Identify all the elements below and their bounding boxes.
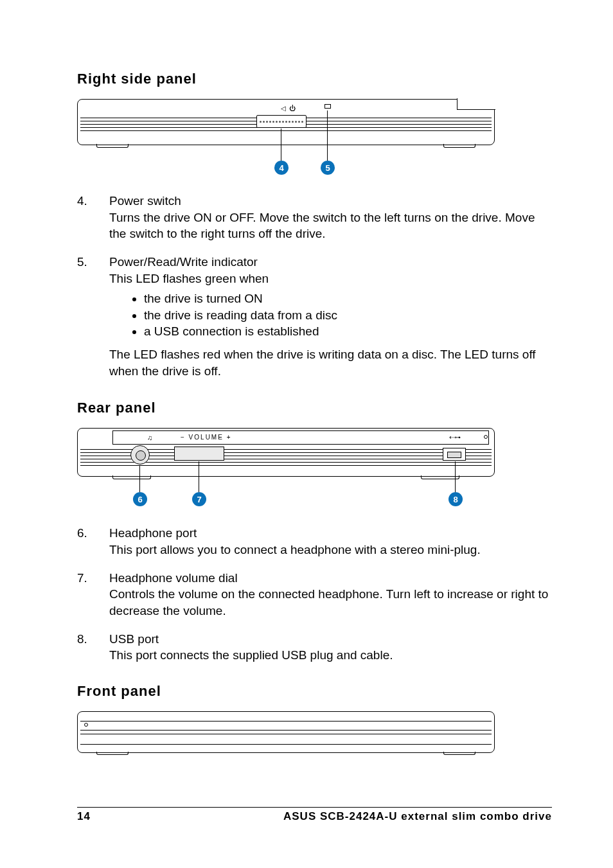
page-number: 14	[77, 810, 91, 823]
item-7: 7. Headphone volume dial Controls the vo…	[77, 570, 552, 619]
item-number: 7.	[77, 570, 109, 619]
item-4: 4. Power switch Turns the drive ON or OF…	[77, 193, 552, 242]
item-5: 5. Power/Read/Write indicator This LED f…	[77, 254, 552, 287]
item-title: Headphone volume dial	[109, 570, 552, 587]
section-front-panel: Front panel	[77, 683, 552, 769]
item-8: 8. USB port This port connects the suppl…	[77, 631, 552, 664]
led-indicator-icon	[324, 104, 331, 109]
item-title: Power switch	[109, 193, 552, 209]
item-desc: Turns the drive ON or OFF. Move the swit…	[109, 209, 552, 242]
section-right-side-panel: Right side panel ◁ ⏻ 4 5	[77, 71, 552, 379]
callout-5: 5	[321, 161, 335, 175]
heading-front: Front panel	[77, 683, 552, 700]
section-rear-panel: Rear panel ♫ − VOLUME + ⇠⊶	[77, 400, 552, 663]
item-desc: Controls the volume on the connected hea…	[109, 586, 552, 619]
item-title: USB port	[109, 631, 552, 648]
bullet: the drive is turned ON	[144, 290, 552, 307]
volume-label: − VOLUME +	[181, 434, 231, 441]
callout-6: 6	[133, 492, 147, 506]
item-6: 6. Headphone port This port allows you t…	[77, 525, 552, 558]
usb-port-icon	[443, 448, 466, 461]
device-right-body: ◁ ⏻	[77, 99, 495, 145]
figure-rear: ♫ − VOLUME + ⇠⊶ 6 7 8	[77, 428, 552, 515]
headphone-icon: ♫	[147, 434, 152, 441]
usb-icon: ⇠⊶	[449, 434, 461, 441]
item-number: 6.	[77, 525, 109, 558]
page-footer: 14 ASUS SCB-2424A-U external slim combo …	[77, 807, 552, 823]
bullet: a USB connection is established	[144, 323, 552, 340]
item-5-bullets: the drive is turned ON the drive is read…	[109, 290, 552, 340]
figure-front	[77, 711, 552, 769]
item-desc: This port allows you to connect a headph…	[109, 542, 552, 558]
item-title: Power/Read/Write indicator	[109, 254, 552, 270]
footer-title: ASUS SCB-2424A-U external slim combo dri…	[283, 810, 552, 823]
volume-dial-icon	[174, 447, 224, 461]
item-desc-intro: This LED flashes green when	[109, 270, 552, 287]
item-number: 4.	[77, 193, 109, 242]
bullet: the drive is reading data from a disc	[144, 307, 552, 324]
item-5-desc-after: The LED flashes red when the drive is wr…	[109, 346, 552, 379]
heading-right-side: Right side panel	[77, 71, 552, 87]
power-switch-icon: ◁ ⏻	[281, 105, 296, 112]
item-desc: This port connects the supplied USB plug…	[109, 647, 552, 664]
figure-right-side: ◁ ⏻ 4 5	[77, 99, 552, 182]
callout-4: 4	[274, 161, 289, 175]
item-number: 5.	[77, 254, 109, 287]
callout-8: 8	[449, 492, 463, 506]
vent-grille	[256, 115, 306, 128]
item-title: Headphone port	[109, 525, 552, 542]
item-number: 8.	[77, 631, 109, 664]
manual-page: Right side panel ◁ ⏻ 4 5	[0, 0, 613, 868]
heading-rear: Rear panel	[77, 400, 552, 416]
callout-7: 7	[192, 492, 206, 506]
device-front-body	[77, 711, 495, 753]
